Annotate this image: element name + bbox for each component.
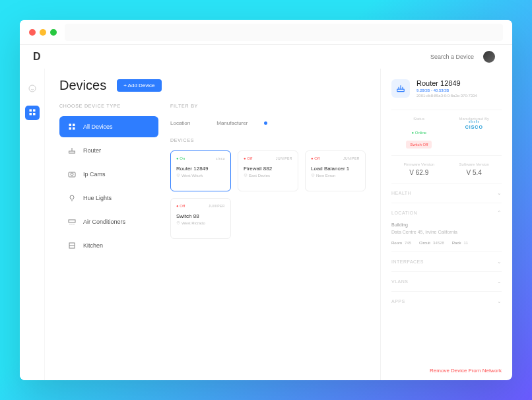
svg-rect-17	[69, 220, 75, 222]
remove-device-button[interactable]: Remove Device From Network	[391, 357, 502, 374]
pin-icon	[244, 174, 248, 178]
app-window: D Devices + Add Device CHOOSE DEVICE TYP…	[20, 20, 512, 380]
section-apps[interactable]: APPS⌄	[391, 298, 502, 304]
status-badge: ● Off	[244, 156, 252, 160]
filter-location[interactable]: Location	[170, 120, 190, 126]
filter-manufacturer[interactable]: Manufacturer	[216, 120, 248, 126]
chevron-up-icon: ⌃	[497, 210, 502, 216]
type-item-kitchen[interactable]: Kitchen	[59, 235, 158, 256]
chevron-down-icon: ⌄	[497, 279, 502, 284]
nav-rail	[20, 69, 45, 380]
page-title: Devices	[59, 78, 106, 93]
svg-point-24	[246, 175, 246, 176]
close-icon[interactable]	[29, 29, 36, 36]
chevron-down-icon: ⌄	[497, 190, 502, 196]
type-label: Hue Lights	[83, 195, 112, 201]
device-card[interactable]: ● OffJUNIPERLoad Balancer 1New Evron	[305, 150, 366, 191]
traffic-lights	[29, 29, 57, 36]
svg-rect-5	[29, 113, 32, 116]
device-name: Firewall 882	[244, 166, 292, 172]
cisco-logo: CISCO	[447, 125, 502, 129]
grid-icon	[28, 107, 36, 119]
svg-rect-27	[397, 89, 405, 92]
svg-point-0	[29, 85, 36, 92]
status-badge: ● Off	[311, 156, 319, 160]
add-device-button[interactable]: + Add Device	[117, 79, 161, 92]
device-location: West Witurk	[176, 174, 225, 178]
svg-rect-8	[73, 124, 75, 127]
svg-rect-3	[29, 110, 32, 112]
device-type-icon	[391, 79, 410, 98]
detail-title: Router 12849	[416, 79, 477, 87]
type-item-air-conditioners[interactable]: Air Conditioners	[59, 211, 158, 232]
filter-indicator-icon	[264, 121, 267, 125]
app-logo: D	[33, 51, 42, 63]
firmware-version: V 62.9	[391, 169, 447, 176]
kitchen-icon	[67, 242, 77, 250]
device-card[interactable]: ● OnciscoRouter 12849West Witurk	[170, 150, 231, 191]
detail-subtitle: 9.28GB - 40.53GB	[416, 88, 477, 92]
ac-icon	[67, 218, 77, 226]
type-item-ip-cams[interactable]: Ip Cams	[59, 164, 158, 185]
manufacturer-badge: cisco	[216, 156, 225, 160]
section-vlans[interactable]: VLANS⌄	[391, 279, 502, 284]
building-value: Data Centre 45, Irvine California	[391, 229, 502, 236]
type-item-hue-lights[interactable]: Hue Lights	[59, 187, 158, 209]
device-card[interactable]: ● OffJUNIPERFirewall 882East Devies	[238, 150, 298, 191]
chevron-down-icon: ⌄	[497, 259, 502, 265]
search-input[interactable]	[408, 53, 474, 60]
header-bar: D	[20, 45, 512, 69]
software-label: Software Version	[447, 162, 502, 166]
type-label: All Devices	[83, 123, 113, 130]
browser-tab	[65, 24, 503, 41]
svg-rect-7	[69, 124, 72, 127]
type-item-router[interactable]: Router	[59, 140, 158, 161]
devices-label: DEVICES	[170, 138, 368, 143]
detail-panel: Router 12849 9.28GB - 40.53GB 2001:db8:8…	[380, 69, 512, 380]
svg-point-23	[178, 175, 179, 176]
switch-off-button[interactable]: Switch Off	[406, 141, 432, 149]
svg-rect-11	[69, 151, 75, 153]
svg-point-26	[178, 222, 179, 223]
device-location: New Evron	[311, 174, 360, 178]
choose-type-label: CHOOSE DEVICE TYPE	[59, 104, 158, 108]
svg-rect-10	[73, 127, 75, 130]
building-label: Building	[391, 222, 502, 227]
device-card[interactable]: ● OffJUNIPERSwitch 88West Ricrado	[170, 198, 231, 239]
device-name: Load Balancer 1	[311, 166, 360, 172]
pin-icon	[176, 221, 180, 225]
svg-rect-6	[33, 113, 36, 116]
section-health[interactable]: HEALTH⌄	[391, 190, 502, 196]
section-interfaces[interactable]: INTERFACES⌄	[391, 259, 502, 265]
svg-point-15	[70, 195, 74, 199]
status-badge: ● On	[176, 156, 185, 160]
status-label: Status	[391, 117, 447, 121]
software-version: V 5.4	[447, 169, 502, 176]
type-label: Ip Cams	[83, 171, 106, 178]
rail-item-home[interactable]	[25, 82, 40, 96]
pin-icon	[311, 174, 315, 178]
manufacturer-badge: JUNIPER	[276, 156, 292, 160]
device-location: East Devies	[244, 174, 292, 178]
grid-icon	[67, 123, 77, 131]
detail-ip: 2001:db8:85a3:0:0:8a2e:370:7334	[416, 94, 477, 98]
maximize-icon[interactable]	[50, 29, 57, 36]
firmware-label: Firmware Version	[391, 162, 447, 166]
device-name: Router 12849	[176, 166, 225, 172]
smile-icon	[28, 83, 36, 95]
avatar[interactable]	[483, 51, 495, 63]
type-label: Router	[83, 147, 101, 154]
minimize-icon[interactable]	[40, 29, 46, 36]
rail-item-devices[interactable]	[25, 106, 40, 120]
chevron-down-icon: ⌄	[497, 298, 502, 304]
router-icon	[67, 147, 77, 154]
type-label: Air Conditioners	[83, 218, 125, 225]
pin-icon	[176, 174, 180, 178]
cam-icon	[67, 170, 77, 178]
manufacturer-badge: JUNIPER	[209, 204, 225, 208]
type-item-all-devices[interactable]: All Devices	[59, 116, 158, 137]
device-location: West Ricrado	[176, 221, 225, 225]
device-name: Switch 88	[176, 213, 225, 219]
section-location[interactable]: LOCATION⌃	[391, 210, 502, 216]
titlebar	[20, 20, 512, 45]
